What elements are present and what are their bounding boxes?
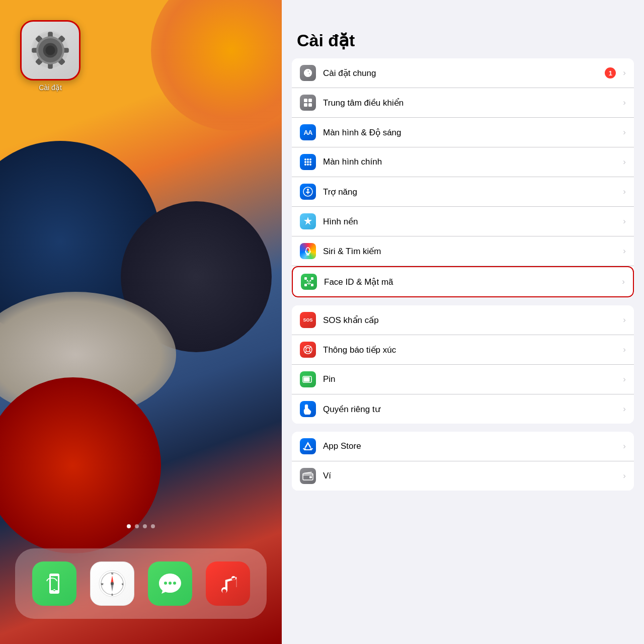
man-hinh-label: Màn hình & Độ sáng bbox=[323, 127, 620, 138]
svg-point-35 bbox=[304, 164, 306, 166]
man-hinh-icon: AA bbox=[300, 124, 316, 140]
settings-section-2: SOS SOS khẩn cấp › Thông báo tiếp xúc › bbox=[292, 305, 634, 424]
man-hinh-chinh-icon bbox=[300, 154, 316, 170]
row-man-hinh-chinh[interactable]: Màn hình chính › bbox=[292, 147, 634, 177]
quyen-rieng-tu-label: Quyền riêng tư bbox=[323, 404, 620, 415]
app-store-label: App Store bbox=[323, 441, 620, 451]
row-face-id[interactable]: Face ID & Mật mã › bbox=[292, 266, 634, 297]
face-id-icon bbox=[301, 274, 317, 290]
row-vi[interactable]: Ví › bbox=[292, 461, 634, 491]
trung-tam-icon bbox=[300, 95, 316, 111]
thong-bao-chevron: › bbox=[623, 345, 626, 355]
settings-title: Cài đặt bbox=[282, 0, 644, 58]
svg-rect-43 bbox=[304, 277, 307, 280]
hinh-nen-icon bbox=[300, 213, 316, 229]
svg-point-31 bbox=[309, 158, 311, 160]
settings-app-icon[interactable]: Cài đặt bbox=[20, 20, 80, 92]
trung-tam-label: Trung tâm điều khiển bbox=[323, 98, 620, 108]
dock-music-icon[interactable] bbox=[206, 561, 250, 606]
svg-rect-55 bbox=[309, 476, 312, 478]
cai-dat-chung-label: Cài đặt chung bbox=[323, 68, 605, 78]
pin-icon bbox=[300, 371, 316, 387]
svg-rect-45 bbox=[304, 284, 307, 286]
row-trung-tam[interactable]: Trung tâm điều khiển › bbox=[292, 88, 634, 118]
vi-chevron: › bbox=[623, 471, 626, 481]
row-sos[interactable]: SOS SOS khẩn cấp › bbox=[292, 305, 634, 335]
row-thong-bao[interactable]: Thông báo tiếp xúc › bbox=[292, 335, 634, 365]
tro-nang-label: Trợ năng bbox=[323, 187, 620, 197]
pin-chevron: › bbox=[623, 374, 626, 384]
svg-rect-44 bbox=[311, 277, 313, 280]
siri-icon bbox=[300, 243, 316, 259]
hinh-nen-label: Hình nền bbox=[323, 216, 620, 227]
vi-label: Ví bbox=[323, 471, 620, 481]
settings-panel: Cài đặt Cài đặt chung 1 › bbox=[282, 0, 644, 644]
svg-point-34 bbox=[309, 161, 311, 163]
row-app-store[interactable]: App Store › bbox=[292, 432, 634, 461]
tro-nang-chevron: › bbox=[623, 187, 626, 197]
app-store-chevron: › bbox=[623, 441, 626, 451]
trung-tam-chevron: › bbox=[623, 98, 626, 108]
svg-rect-28 bbox=[308, 103, 312, 107]
svg-point-13 bbox=[45, 45, 55, 55]
sos-icon: SOS bbox=[300, 312, 316, 328]
app-store-icon bbox=[300, 438, 316, 454]
settings-icon-box bbox=[20, 20, 80, 80]
man-hinh-chinh-label: Màn hình chính bbox=[323, 157, 620, 167]
man-hinh-chevron: › bbox=[623, 127, 626, 137]
home-screen: Cài đặt bbox=[0, 0, 282, 644]
man-hinh-chinh-chevron: › bbox=[623, 157, 626, 167]
sos-chevron: › bbox=[623, 315, 626, 325]
svg-rect-53 bbox=[304, 377, 310, 382]
hinh-nen-chevron: › bbox=[623, 216, 626, 226]
settings-app-label: Cài đặt bbox=[39, 84, 62, 92]
svg-point-24 bbox=[307, 72, 309, 74]
quyen-rieng-tu-icon bbox=[300, 401, 316, 417]
cai-dat-chung-icon bbox=[300, 65, 316, 81]
row-hinh-nen[interactable]: Hình nền › bbox=[292, 207, 634, 236]
sos-label: SOS khẩn cấp bbox=[323, 315, 620, 326]
quyen-rieng-tu-chevron: › bbox=[623, 404, 626, 414]
row-pin[interactable]: Pin › bbox=[292, 365, 634, 394]
dock-phone-icon[interactable] bbox=[32, 561, 76, 606]
svg-rect-25 bbox=[304, 99, 307, 102]
row-quyen-rieng-tu[interactable]: Quyền riêng tư › bbox=[292, 394, 634, 424]
thong-bao-icon bbox=[300, 342, 316, 358]
cai-dat-chung-badge: 1 bbox=[605, 67, 616, 78]
svg-rect-26 bbox=[308, 99, 312, 102]
pin-label: Pin bbox=[323, 374, 620, 384]
page-indicator bbox=[127, 524, 155, 528]
svg-rect-27 bbox=[304, 103, 307, 107]
svg-text:W: W bbox=[101, 583, 103, 586]
svg-point-36 bbox=[307, 164, 309, 166]
page-dot-4 bbox=[151, 524, 155, 528]
dock: N S W E bbox=[15, 548, 267, 619]
svg-point-30 bbox=[307, 158, 309, 160]
page-dot-3 bbox=[143, 524, 147, 528]
settings-section-3: App Store › Ví › bbox=[292, 432, 634, 491]
siri-chevron: › bbox=[623, 246, 626, 256]
vi-icon bbox=[300, 468, 316, 484]
row-man-hinh-do-sang[interactable]: AA Màn hình & Độ sáng › bbox=[292, 118, 634, 147]
row-tro-nang[interactable]: Trợ năng › bbox=[292, 177, 634, 207]
svg-point-39 bbox=[307, 189, 309, 191]
face-id-label: Face ID & Mật mã bbox=[324, 277, 619, 287]
svg-point-33 bbox=[307, 161, 309, 163]
face-id-chevron: › bbox=[622, 277, 625, 287]
settings-section-1: Cài đặt chung 1 › Trung tâm điều khiển › bbox=[292, 58, 634, 297]
dock-safari-icon[interactable]: N S W E bbox=[90, 561, 134, 606]
cai-dat-chung-chevron: › bbox=[623, 68, 626, 78]
svg-point-47 bbox=[307, 280, 308, 282]
svg-point-22 bbox=[111, 582, 114, 585]
svg-text:N: N bbox=[111, 572, 113, 575]
row-cai-dat-chung[interactable]: Cài đặt chung 1 › bbox=[292, 58, 634, 88]
thong-bao-label: Thông báo tiếp xúc bbox=[323, 345, 620, 355]
svg-point-29 bbox=[304, 158, 306, 160]
svg-point-48 bbox=[310, 280, 311, 282]
page-dot-1 bbox=[127, 524, 131, 528]
row-siri[interactable]: Siri & Tìm kiếm › bbox=[292, 236, 634, 266]
settings-list: Cài đặt chung 1 › Trung tâm điều khiển › bbox=[282, 58, 644, 644]
dock-messages-icon[interactable] bbox=[148, 561, 192, 606]
svg-rect-46 bbox=[311, 284, 313, 286]
tro-nang-icon bbox=[300, 184, 316, 200]
